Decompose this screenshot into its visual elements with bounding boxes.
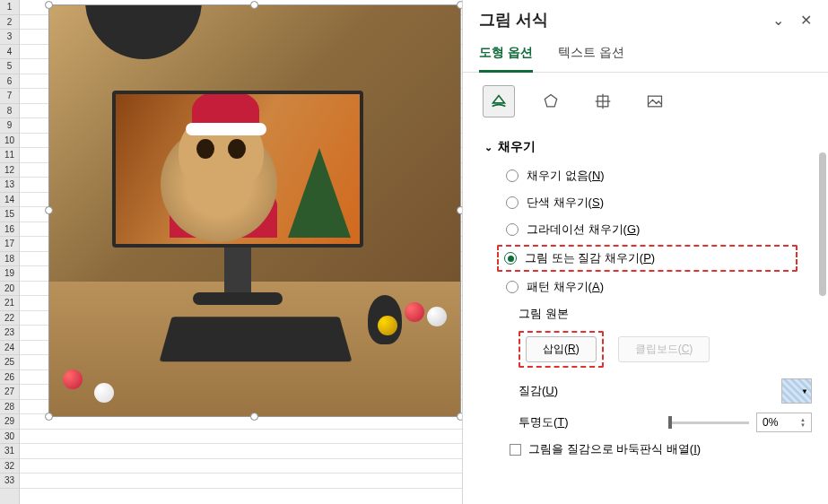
image-content: [49, 5, 460, 416]
row-header[interactable]: 5: [0, 59, 19, 74]
grid-area[interactable]: ↻: [20, 0, 462, 504]
chevron-down-icon: ⌄: [484, 142, 492, 153]
row-header[interactable]: 1: [0, 0, 19, 15]
row-header[interactable]: 19: [0, 266, 19, 282]
row-header[interactable]: 3: [0, 30, 19, 45]
row-header[interactable]: 11: [0, 148, 19, 163]
row-header[interactable]: 33: [0, 474, 19, 489]
resize-handle[interactable]: [45, 413, 53, 421]
scrollbar[interactable]: [819, 152, 826, 421]
clipboard-button[interactable]: 클립보드(C): [618, 336, 710, 362]
svg-marker-0: [545, 95, 556, 107]
row-header[interactable]: 12: [0, 163, 19, 178]
fill-gradient-radio[interactable]: 그라데이션 채우기(G): [506, 222, 812, 238]
resize-handle[interactable]: [250, 1, 258, 9]
row-header[interactable]: 16: [0, 222, 19, 238]
tile-checkbox[interactable]: 그림을 질감으로 바둑판식 배열(I): [510, 441, 812, 457]
fill-none-radio[interactable]: 채우기 없음(N): [506, 168, 812, 184]
row-header[interactable]: 26: [0, 370, 19, 386]
row-header[interactable]: 10: [0, 134, 19, 149]
transparency-label: 투명도(T): [519, 414, 569, 430]
picture-source-label: 그림 원본: [519, 306, 812, 322]
row-header[interactable]: 18: [0, 252, 19, 267]
size-properties-icon[interactable]: [587, 85, 619, 117]
row-header[interactable]: 25: [0, 355, 19, 370]
format-picture-panel: 그림 서식 ⌄ ✕ 도형 옵션 텍스트 옵션 ⌄ 채우기: [462, 0, 828, 504]
highlight-annotation: 삽입(R): [519, 331, 604, 368]
row-header[interactable]: 2: [0, 15, 19, 30]
fill-pattern-radio[interactable]: 패턴 채우기(A): [506, 279, 812, 295]
row-header[interactable]: 32: [0, 459, 19, 474]
panel-title: 그림 서식: [479, 9, 548, 30]
row-header[interactable]: 8: [0, 104, 19, 119]
row-header[interactable]: 9: [0, 118, 19, 134]
row-header[interactable]: 29: [0, 414, 19, 430]
resize-handle[interactable]: [45, 206, 53, 214]
fill-line-icon[interactable]: [483, 85, 515, 117]
tab-text-options[interactable]: 텍스트 옵션: [558, 45, 624, 72]
insert-button[interactable]: 삽입(R): [526, 336, 597, 362]
row-header[interactable]: 6: [0, 74, 19, 90]
highlight-annotation: 그림 또는 질감 채우기(P): [497, 245, 797, 272]
effects-icon[interactable]: [535, 85, 567, 117]
row-header[interactable]: 21: [0, 296, 19, 311]
tab-shape-options[interactable]: 도형 옵션: [479, 45, 533, 73]
row-header[interactable]: 27: [0, 385, 19, 400]
row-header[interactable]: 28: [0, 400, 19, 415]
row-header[interactable]: 15: [0, 207, 19, 222]
row-header[interactable]: 30: [0, 430, 19, 445]
resize-handle[interactable]: [250, 413, 258, 421]
row-headers: 1234567891011121314151617181920212223242…: [0, 0, 20, 504]
collapse-icon[interactable]: ⌄: [772, 12, 784, 29]
resize-handle[interactable]: [45, 1, 53, 9]
selected-image[interactable]: ↻: [48, 4, 461, 417]
fill-solid-radio[interactable]: 단색 채우기(S): [506, 195, 812, 211]
row-header[interactable]: 22: [0, 311, 19, 326]
row-header[interactable]: 4: [0, 45, 19, 60]
row-header[interactable]: 24: [0, 341, 19, 356]
transparency-slider[interactable]: [668, 421, 749, 424]
picture-icon[interactable]: [639, 85, 671, 117]
row-header[interactable]: 14: [0, 193, 19, 208]
fill-section-header[interactable]: ⌄ 채우기: [484, 139, 812, 155]
texture-dropdown[interactable]: ▼: [781, 378, 812, 404]
row-header[interactable]: 7: [0, 89, 19, 104]
fill-picture-radio[interactable]: 그림 또는 질감 채우기(P): [504, 250, 790, 266]
row-header[interactable]: 13: [0, 178, 19, 193]
spreadsheet-area: 1234567891011121314151617181920212223242…: [0, 0, 462, 504]
row-header[interactable]: 20: [0, 282, 19, 297]
row-header[interactable]: 31: [0, 444, 19, 459]
transparency-input[interactable]: 0% ▲▼: [756, 413, 812, 432]
close-icon[interactable]: ✕: [800, 12, 812, 29]
row-header[interactable]: 17: [0, 237, 19, 252]
row-header[interactable]: 23: [0, 326, 19, 341]
texture-label: 질감(U): [519, 383, 558, 399]
